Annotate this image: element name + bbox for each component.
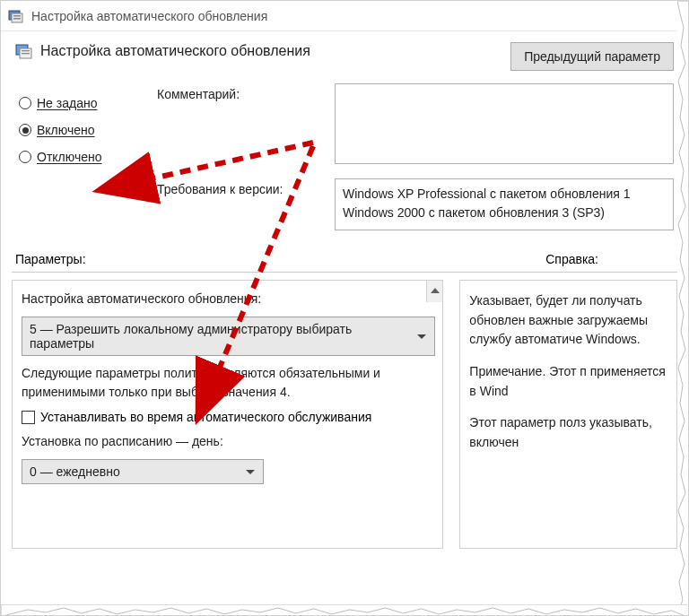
svg-rect-3	[13, 18, 21, 20]
schedule-day-dropdown[interactable]: 0 — ежедневно	[22, 459, 264, 484]
policy-item-icon	[15, 42, 33, 60]
parameters-note: Следующие параметры политики являются об…	[22, 364, 435, 402]
bottom-panels: Настройка автоматического обновления: 5 …	[1, 280, 688, 549]
radio-disabled[interactable]: Отключено	[19, 150, 135, 164]
radio-disabled-label: Отключено	[37, 150, 102, 164]
requirements-text: Windows XP Professional с пакетом обновл…	[335, 178, 674, 230]
separator	[12, 272, 677, 273]
fields-column: Комментарий: Требования к версии: Window…	[157, 83, 674, 239]
requirements-label: Требования к версии:	[157, 178, 320, 196]
radio-enabled-label: Включено	[37, 123, 95, 137]
header-left: Настройка автоматического обновления	[15, 42, 310, 60]
window-title: Настройка автоматического обновления	[31, 9, 267, 23]
radio-icon	[19, 124, 31, 136]
requirements-row: Требования к версии: Windows XP Professi…	[157, 178, 674, 230]
state-and-fields: Не задано Включено Отключено Комментарий…	[1, 80, 688, 239]
help-header: Справка:	[545, 252, 598, 266]
schedule-day-label: Установка по расписанию — день:	[22, 432, 435, 451]
titlebar: Настройка автоматического обновления	[1, 1, 688, 31]
maintenance-checkbox[interactable]	[22, 411, 35, 424]
torn-edge-bottom	[1, 604, 688, 616]
radio-enabled[interactable]: Включено	[19, 123, 135, 137]
svg-rect-2	[13, 15, 21, 17]
state-radio-group: Не задано Включено Отключено	[19, 83, 135, 239]
section-headers: Параметры: Справка:	[1, 239, 688, 272]
radio-icon	[19, 151, 31, 163]
policy-editor-window: Настройка автоматического обновления Нас…	[0, 0, 689, 616]
help-paragraph-1: Указывает, будет ли получать обновлен ва…	[469, 291, 667, 350]
radio-not-configured[interactable]: Не задано	[19, 96, 135, 110]
help-panel: Указывает, будет ли получать обновлен ва…	[459, 280, 677, 549]
header: Настройка автоматического обновления Пре…	[1, 31, 688, 80]
maintenance-checkbox-row: Устанавливать во время автоматического о…	[22, 410, 435, 424]
parameters-header: Параметры:	[15, 252, 86, 266]
comment-input[interactable]	[335, 83, 674, 164]
comment-row: Комментарий:	[157, 83, 674, 164]
parameters-heading: Настройка автоматического обновления:	[22, 290, 435, 308]
previous-setting-button[interactable]: Предыдущий параметр	[510, 42, 674, 71]
policy-icon	[8, 8, 24, 24]
svg-rect-6	[22, 50, 30, 51]
help-paragraph-3: Этот параметр полз указывать, включен	[469, 413, 667, 452]
radio-not-configured-label: Не задано	[37, 96, 97, 110]
svg-rect-7	[22, 53, 30, 54]
radio-icon	[19, 97, 31, 109]
update-mode-value: 5 — Разрешить локальному администратору …	[30, 322, 352, 351]
maintenance-checkbox-label: Устанавливать во время автоматического о…	[40, 410, 371, 424]
comment-label: Комментарий:	[157, 83, 320, 101]
policy-name: Настройка автоматического обновления	[40, 43, 310, 59]
help-paragraph-2: Примечание. Этот п применяется в Wind	[469, 362, 667, 401]
scroll-up-icon[interactable]	[426, 281, 442, 302]
schedule-day-value: 0 — ежедневно	[30, 464, 120, 479]
update-mode-dropdown[interactable]: 5 — Разрешить локальному администратору …	[22, 317, 435, 356]
torn-edge-right	[677, 1, 689, 615]
parameters-panel: Настройка автоматического обновления: 5 …	[12, 280, 443, 549]
